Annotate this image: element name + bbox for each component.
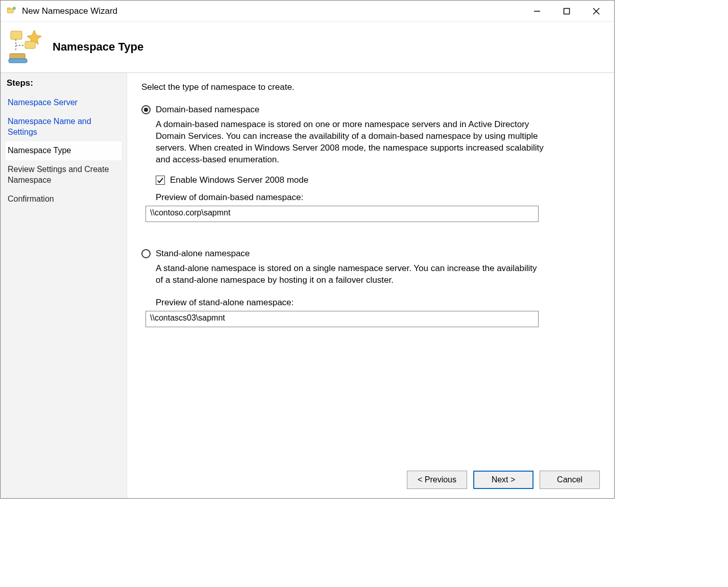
svg-rect-11 [25, 41, 35, 48]
step-namespace-type: Namespace Type [6, 141, 122, 160]
cancel-button[interactable]: Cancel [540, 471, 600, 489]
standalone-radio[interactable] [141, 249, 151, 258]
maximize-button[interactable] [552, 3, 581, 19]
standalone-option-block: Stand-alone namespace A stand-alone name… [141, 249, 600, 327]
wizard-icon [8, 29, 43, 65]
svg-rect-4 [564, 8, 570, 14]
svg-rect-1 [8, 8, 11, 9]
wizard-window: New Namespace Wizard [0, 0, 615, 499]
domain-radio-row[interactable]: Domain-based namespace [141, 105, 600, 115]
domain-radio[interactable] [141, 105, 151, 114]
step-confirmation: Confirmation [6, 190, 122, 209]
domain-radio-label: Domain-based namespace [156, 105, 259, 115]
maximize-icon [563, 8, 570, 15]
ws2008-checkbox[interactable] [156, 176, 165, 185]
standalone-radio-label: Stand-alone namespace [156, 249, 250, 259]
svg-rect-7 [11, 31, 22, 39]
wizard-body: Steps: Namespace Server Namespace Name a… [1, 73, 614, 498]
svg-rect-13 [9, 59, 27, 63]
ws2008-checkbox-row[interactable]: Enable Windows Server 2008 mode [156, 175, 600, 185]
minimize-button[interactable] [522, 3, 552, 19]
main-panel: Select the type of namespace to create. … [127, 73, 614, 498]
prompt-text: Select the type of namespace to create. [141, 82, 600, 92]
step-namespace-name[interactable]: Namespace Name and Settings [6, 112, 122, 142]
standalone-preview-label: Preview of stand-alone namespace: [156, 298, 600, 308]
standalone-radio-row[interactable]: Stand-alone namespace [141, 249, 600, 259]
next-button[interactable]: Next > [473, 471, 533, 489]
domain-preview-value: \\contoso.corp\sapmnt [145, 206, 539, 222]
close-icon [593, 8, 600, 15]
ws2008-checkbox-label: Enable Windows Server 2008 mode [170, 175, 308, 185]
standalone-preview-value: \\contascs03\sapmnt [145, 311, 539, 327]
window-controls [522, 3, 611, 19]
domain-preview-label: Preview of domain-based namespace: [156, 192, 600, 203]
standalone-description: A stand-alone namespace is stored on a s… [156, 263, 544, 286]
close-button[interactable] [581, 3, 611, 19]
svg-point-2 [13, 7, 15, 9]
minimize-icon [533, 8, 541, 15]
previous-button[interactable]: < Previous [407, 471, 467, 489]
wizard-header: Namespace Type [1, 22, 614, 73]
check-icon [157, 177, 164, 184]
page-title: Namespace Type [53, 40, 143, 54]
step-review-settings: Review Settings and Create Namespace [6, 160, 122, 190]
steps-heading: Steps: [7, 78, 122, 88]
window-title: New Namespace Wizard [22, 6, 522, 16]
app-icon [6, 6, 17, 17]
wizard-footer: < Previous Next > Cancel [141, 467, 600, 494]
domain-description: A domain-based namespace is stored on on… [156, 119, 544, 166]
titlebar: New Namespace Wizard [1, 1, 614, 22]
step-namespace-server[interactable]: Namespace Server [6, 93, 122, 112]
steps-sidebar: Steps: Namespace Server Namespace Name a… [1, 73, 127, 498]
domain-option-block: Domain-based namespace A domain-based na… [141, 105, 600, 222]
